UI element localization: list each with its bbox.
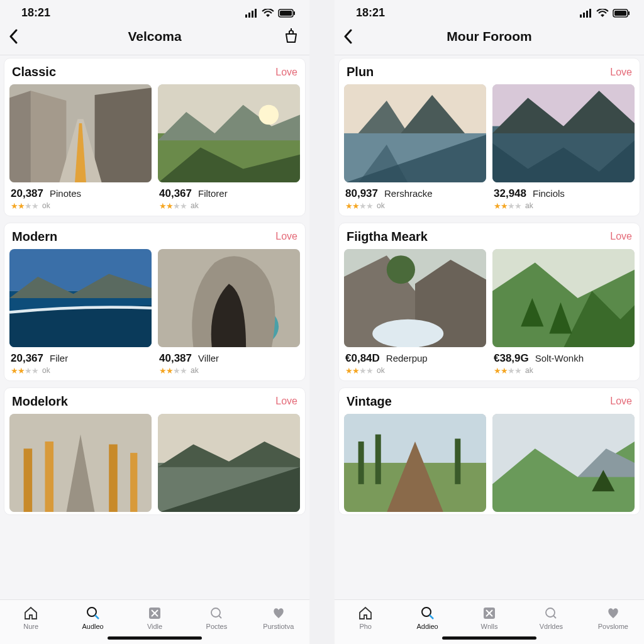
battery-icon <box>613 9 630 18</box>
thumbnail <box>158 84 300 182</box>
card-value: 32,948 <box>494 187 526 200</box>
svg-rect-73 <box>375 434 381 484</box>
svg-rect-0 <box>245 14 247 18</box>
card[interactable]: 40,387 Viller ★★★★ ak <box>158 249 300 378</box>
svg-rect-2 <box>252 11 253 18</box>
svg-point-79 <box>422 608 431 616</box>
card[interactable]: €0,84D Rederpup ★★★★ ok <box>344 249 486 378</box>
card-value: 20,367 <box>11 352 43 365</box>
card[interactable]: 20,387 Pinotes ★★★★ ok <box>9 84 152 213</box>
thumbnail <box>158 249 300 347</box>
nav-action-placeholder <box>616 27 635 46</box>
content-scroll[interactable]: Plun Love 80,937 Rershracke ★★★★ <box>335 55 644 599</box>
status-bar: 18:21 <box>0 0 309 23</box>
svg-line-85 <box>553 616 556 618</box>
rating-label: ak <box>191 366 199 375</box>
card-value: 40,387 <box>159 352 192 365</box>
tab-search[interactable]: Addieo <box>396 605 458 630</box>
section-plun: Plun Love 80,937 Rershracke ★★★★ <box>338 58 640 216</box>
rating-stars: ★★★★ <box>494 366 521 375</box>
card[interactable]: €38,9G Solt-Wonkh ★★★★ ak <box>492 249 635 378</box>
rating-stars: ★★★★ <box>11 366 38 375</box>
grid-icon <box>481 605 497 621</box>
card-value: €38,9G <box>494 352 529 365</box>
home-indicator-area <box>335 631 644 644</box>
tab-favorites[interactable]: Purstiotva <box>248 605 309 630</box>
content-scroll[interactable]: Classic Love 20,387 Pinotes ★★★★ <box>0 55 309 599</box>
rating-label: ok <box>377 201 385 210</box>
tab-grid[interactable]: Wnlls <box>458 605 520 630</box>
home-indicator-area <box>0 631 309 644</box>
back-button[interactable] <box>9 28 26 45</box>
tab-favorites[interactable]: Povslome <box>582 605 644 630</box>
rating-label: ok <box>377 366 385 375</box>
rating-stars: ★★★★ <box>345 366 373 375</box>
thumbnail <box>492 414 635 512</box>
thumbnail <box>492 249 635 347</box>
card[interactable] <box>344 414 486 512</box>
card[interactable] <box>158 414 300 512</box>
grid-icon <box>147 605 163 621</box>
status-icons <box>580 9 630 18</box>
thumbnail <box>9 414 152 512</box>
section-link[interactable]: Love <box>610 396 632 407</box>
section-link[interactable]: Love <box>275 396 297 407</box>
card-name: Filtorer <box>198 188 228 199</box>
tab-bar: Pho Addieo Wnlls Vdrldes Povslome <box>335 599 644 631</box>
thumbnail <box>9 84 152 182</box>
svg-point-84 <box>546 608 555 617</box>
card-name: Filer <box>50 353 68 364</box>
card-value: 80,937 <box>345 187 378 200</box>
rating-label: ak <box>191 201 199 210</box>
section-classic: Classic Love 20,387 Pinotes ★★★★ <box>4 58 306 216</box>
card[interactable] <box>9 414 152 512</box>
section-link[interactable]: Love <box>275 67 297 78</box>
tab-grid[interactable]: Vidle <box>124 605 186 630</box>
tab-search[interactable]: Audleo <box>62 605 123 630</box>
svg-rect-27 <box>45 441 54 512</box>
tab-discover[interactable]: Poctes <box>186 605 247 630</box>
card[interactable] <box>492 414 635 512</box>
basket-button[interactable] <box>282 27 301 46</box>
svg-rect-41 <box>580 14 582 18</box>
tab-label: Poctes <box>206 623 228 630</box>
section-modelork: Modelork Love <box>4 387 306 515</box>
tab-label: Pho <box>359 623 372 630</box>
section-link[interactable]: Love <box>610 231 632 242</box>
section-title: Vintage <box>347 394 392 409</box>
svg-rect-72 <box>358 441 364 484</box>
section-title: Modern <box>12 230 57 244</box>
tab-label: Vdrldes <box>540 623 563 630</box>
home-indicator[interactable] <box>442 636 536 640</box>
tab-home[interactable]: Pho <box>335 605 396 630</box>
thumbnail <box>9 249 152 347</box>
status-icons <box>245 9 296 18</box>
card[interactable]: 40,367 Filtorer ★★★★ ak <box>158 84 300 213</box>
svg-point-63 <box>387 255 415 284</box>
section-link[interactable]: Love <box>610 67 632 78</box>
cellular-icon <box>580 9 592 18</box>
svg-rect-43 <box>586 11 588 18</box>
card[interactable]: 32,948 Finciols ★★★★ ak <box>492 84 635 213</box>
card-name: Finciols <box>533 188 565 199</box>
tab-label: Nure <box>23 623 38 630</box>
svg-rect-47 <box>628 11 630 15</box>
section-link[interactable]: Love <box>275 231 297 242</box>
home-indicator[interactable] <box>108 636 202 640</box>
tab-discover[interactable]: Vdrldes <box>520 605 582 630</box>
back-button[interactable] <box>343 28 361 45</box>
nav-title: Mour Foroom <box>335 29 644 44</box>
section-title: Classic <box>12 65 56 79</box>
tab-label: Povslome <box>598 623 628 630</box>
battery-icon <box>278 9 296 18</box>
tab-home[interactable]: Nure <box>0 605 62 630</box>
rating-label: ak <box>525 201 533 210</box>
svg-rect-5 <box>280 11 292 16</box>
card-name: Rederpup <box>386 353 428 364</box>
wifi-icon <box>262 9 274 18</box>
svg-marker-10 <box>95 88 152 182</box>
card[interactable]: 80,937 Rershracke ★★★★ ok <box>344 84 486 213</box>
status-time: 18:21 <box>356 6 385 19</box>
svg-marker-9 <box>31 91 67 182</box>
card[interactable]: 20,367 Filer ★★★★ ok <box>9 249 152 378</box>
